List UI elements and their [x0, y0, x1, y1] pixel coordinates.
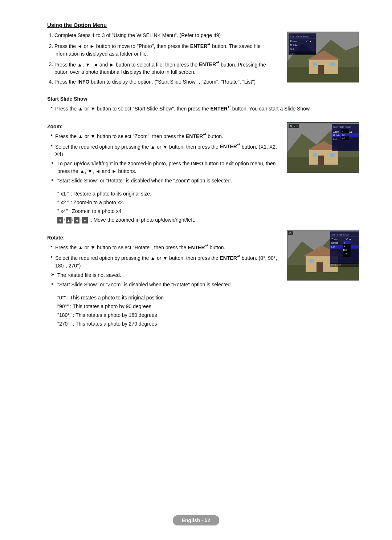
rotate-arrow-1: The rotated file is not saved. [51, 271, 279, 279]
svg-text:🔍 x 1: 🔍 x 1 [290, 124, 298, 128]
rotate-indent-1: "0°" : This rotates a photo to its origi… [57, 294, 359, 302]
rotate-section: Rotate: Press the ▲ or ▼ button to selec… [47, 230, 359, 327]
svg-text:Zoom: Zoom [290, 40, 297, 43]
svg-text:Rotate: Rotate [331, 242, 339, 244]
zoom-arrows: To pan up/down/left/right in the zoomed-… [47, 160, 279, 185]
svg-rect-5 [318, 65, 324, 74]
section-title-using-option-menu: Using the Option Menu [47, 22, 359, 28]
tv-image-3-svg: ⟳ Start Slide Show Zoom X1 ► Rotate 0 Li… [287, 230, 359, 281]
tv-screenshot-1: Start Slide Show Zoom X1 ► Rotate List I… [287, 32, 359, 82]
svg-text:List: List [331, 246, 335, 248]
start-slide-show-title: Start Slide Show [47, 96, 359, 102]
rotate-text: Rotate: Press the ▲ or ▼ button to selec… [47, 230, 279, 290]
step-4: Press the INFO button to display the opt… [54, 78, 279, 86]
svg-rect-22 [318, 156, 324, 165]
up-btn: ▲ [66, 217, 72, 223]
step-1: Complete Steps 1 to 3 of "Using the WISE… [54, 32, 279, 39]
rotate-indent: "0°" : This rotates a photo to its origi… [47, 294, 359, 328]
steps-and-image-row: Complete Steps 1 to 3 of "Using the WISE… [47, 32, 359, 90]
svg-text:⟳: ⟳ [289, 231, 291, 234]
svg-text:Rotate: Rotate [333, 134, 340, 137]
zoom-text: Zoom: Press the ▲ or ▼ button to select … [47, 118, 279, 186]
step-2: Press the ◄ or ► button to move to "Phot… [54, 41, 279, 58]
svg-text:Zoom: Zoom [333, 130, 339, 133]
rotate-bullets: Press the ▲ or ▼ button to select "Rotat… [47, 243, 279, 269]
svg-text:Start Slide Show: Start Slide Show [290, 35, 309, 38]
zoom-bullet-1: Press the ▲ or ▼ button to select "Zoom"… [51, 132, 279, 140]
zoom-bullets: Press the ▲ or ▼ button to select "Zoom"… [47, 132, 279, 158]
footer-english: English - 52 [173, 515, 219, 525]
svg-text:Start Slide Show: Start Slide Show [331, 233, 349, 236]
tv-image-2-svg: 🔍 x 1 Start Slide Show Zoom X1 Rotate Li… [287, 123, 359, 173]
zoom-indent-3: " x4" : Zoom-in to a photo x4. [57, 207, 359, 215]
svg-rect-45 [317, 262, 323, 272]
steps-text: Complete Steps 1 to 3 of "Using the WISE… [47, 32, 279, 90]
down-btn: ▼ [57, 217, 63, 223]
svg-text:270: 270 [343, 253, 347, 255]
svg-rect-7 [330, 63, 335, 66]
svg-text:Zoom: Zoom [331, 238, 338, 241]
tv-screenshot-2: 🔍 x 1 Start Slide Show Zoom X1 Rotate Li… [287, 122, 359, 173]
svg-text:X1 ►: X1 ► [306, 40, 312, 43]
zoom-section: Zoom: Press the ▲ or ▼ button to select … [47, 118, 359, 224]
zoom-arrow-1: To pan up/down/left/right in the zoomed-… [51, 160, 279, 175]
rotate-bullet-1: Press the ▲ or ▼ button to select "Rotat… [51, 243, 279, 251]
svg-text:X1 ►: X1 ► [346, 238, 351, 241]
rotate-indent-3: "180°" : This rotates a photo by 180 deg… [57, 311, 359, 319]
start-slide-show-section: Start Slide Show Press the ▲ or ▼ button… [47, 96, 359, 113]
svg-text:Rotate: Rotate [290, 44, 298, 47]
rotate-indent-4: "270°" : This rotates a photo by 270 deg… [57, 320, 359, 328]
rotate-arrows: The rotated file is not saved. "Start Sl… [47, 271, 279, 289]
start-slide-show-bullets: Press the ▲ or ▼ button to select "Start… [47, 104, 359, 113]
svg-text:90: 90 [344, 245, 346, 247]
zoom-content-row: Zoom: Press the ▲ or ▼ button to select … [47, 118, 359, 186]
svg-text:x2: x2 [342, 134, 345, 136]
rotate-content-row: Rotate: Press the ▲ or ▼ button to selec… [47, 230, 359, 290]
svg-rect-46 [309, 259, 314, 263]
steps-list: Complete Steps 1 to 3 of "Using the WISE… [47, 32, 279, 86]
svg-text:Start Slide Show: Start Slide Show [333, 126, 351, 128]
zoom-indent-2: " x2 " : Zoom-in to a photo x2. [57, 199, 359, 206]
slide-show-bullet-1: Press the ▲ or ▼ button to select "Start… [51, 104, 359, 113]
using-option-menu-section: Using the Option Menu Complete Steps 1 t… [47, 22, 359, 90]
svg-rect-24 [330, 153, 335, 157]
rotate-arrow-2: "Start Slide Show" or "Zoom" is disabled… [51, 281, 279, 289]
svg-rect-23 [313, 153, 317, 157]
svg-text:List: List [333, 138, 337, 141]
svg-text:X1: X1 [349, 130, 352, 133]
tv-image-1-svg: Start Slide Show Zoom X1 ► Rotate List I… [287, 32, 359, 82]
svg-text:x4: x4 [342, 137, 345, 139]
rotate-title: Rotate: [47, 235, 279, 241]
svg-text:INFO  LIST: INFO LIST [331, 264, 341, 266]
page: Using the Option Menu Complete Steps 1 t… [0, 0, 392, 540]
zoom-indent-1: " x1 " : Restore a photo to its original… [57, 190, 359, 198]
left-btn: ◄ [74, 217, 79, 223]
right-btn: ► [82, 217, 88, 223]
step-3: Press the ▲, ▼, ◄ and ► button to select… [54, 60, 279, 76]
rotate-indent-2: "90°" : This rotates a photo by 90 degre… [57, 303, 359, 310]
nav-buttons-row: ▼ / ▲ / ◄ / ► [57, 217, 88, 223]
rotate-bullet-2: Select the required option by pressing t… [51, 253, 279, 270]
svg-text:List: List [290, 48, 294, 51]
zoom-indent-4: ▼ / ▲ / ◄ / ► : Move the zoomed-in photo… [57, 216, 359, 224]
zoom-title: Zoom: [47, 124, 279, 129]
svg-text:x1: x1 [342, 130, 345, 133]
zoom-indent: " x1 " : Restore a photo to its original… [47, 190, 359, 224]
svg-text:INFO: INFO [290, 53, 295, 55]
zoom-arrow-2: "Start Slide Show" or "Rotate" is disabl… [51, 177, 279, 185]
tv-screenshot-3: ⟳ Start Slide Show Zoom X1 ► Rotate 0 Li… [287, 230, 359, 281]
svg-text:180: 180 [343, 249, 347, 251]
svg-rect-6 [313, 63, 317, 66]
zoom-bullet-2: Select the required option by pressing t… [51, 142, 279, 158]
